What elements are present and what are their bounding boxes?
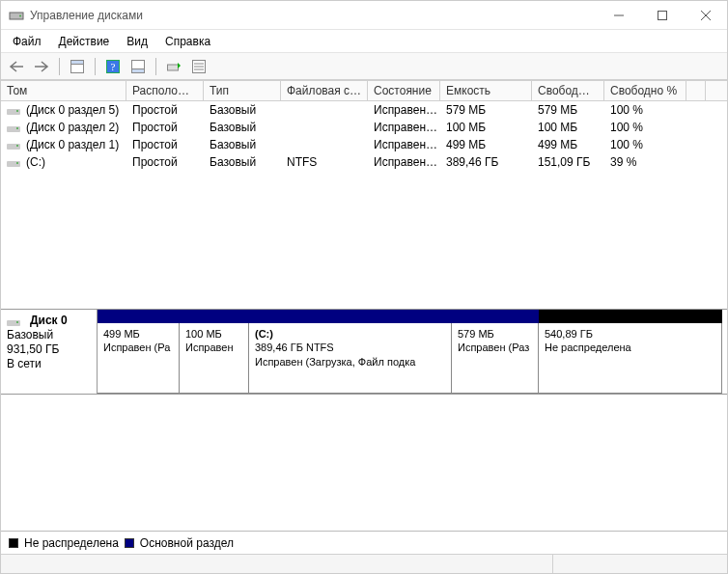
volume-capacity: 100 МБ <box>440 119 532 136</box>
volume-fs <box>281 101 368 119</box>
svg-rect-12 <box>168 65 179 70</box>
volume-fs: NTFS <box>281 153 368 171</box>
disk-info[interactable]: Диск 0 Базовый 931,50 ГБ В сети <box>1 310 98 394</box>
col-status[interactable]: Состояние <box>368 81 440 100</box>
partition-block[interactable]: 579 МБИсправен (Раз <box>452 323 539 394</box>
volume-status: Исправен… <box>368 136 440 153</box>
forward-button[interactable] <box>30 56 53 77</box>
legend-primary-swatch <box>125 538 134 548</box>
volume-name: (C:) <box>26 155 45 169</box>
col-volume[interactable]: Том <box>1 81 126 100</box>
window-title: Управление дисками <box>30 9 143 22</box>
svg-rect-11 <box>132 68 145 72</box>
menu-file[interactable]: Файл <box>5 32 49 51</box>
volume-freepct: 100 % <box>604 136 686 153</box>
partition-color-primary <box>452 310 539 323</box>
status-bar <box>1 554 727 573</box>
svg-rect-7 <box>71 60 84 64</box>
volume-capacity: 389,46 ГБ <box>440 153 532 171</box>
volume-list-header: Том Располо… Тип Файловая с… Состояние Е… <box>1 80 727 101</box>
volume-free: 579 МБ <box>532 101 604 119</box>
partition-block[interactable]: 540,89 ГБНе распределена <box>539 323 722 394</box>
bottom-empty-pane <box>1 394 727 531</box>
volume-capacity: 499 МБ <box>440 136 532 153</box>
volume-row[interactable]: (C:)ПростойБазовыйNTFSИсправен…389,46 ГБ… <box>1 153 727 171</box>
volume-icon <box>7 123 20 132</box>
volume-row[interactable]: (Диск 0 раздел 1)ПростойБазовыйИсправен…… <box>1 136 727 153</box>
partition-color-unalloc <box>539 310 722 323</box>
partition-color-primary <box>249 310 452 323</box>
disk-state: В сети <box>7 357 91 371</box>
legend-unalloc-swatch <box>9 538 18 548</box>
disk-size: 931,50 ГБ <box>7 342 91 357</box>
partition-block[interactable]: 499 МБИсправен (Ра <box>98 323 180 394</box>
menu-action[interactable]: Действие <box>51 32 118 51</box>
view-top-button[interactable] <box>66 56 89 77</box>
minimize-button[interactable] <box>597 1 640 30</box>
volume-type: Базовый <box>204 136 281 153</box>
partition-color-primary <box>180 310 249 323</box>
col-free[interactable]: Свобод… <box>532 81 604 100</box>
volume-fs <box>281 136 368 153</box>
volume-layout: Простой <box>126 119 204 136</box>
toolbar: ? <box>1 53 727 80</box>
col-layout[interactable]: Располо… <box>126 81 204 100</box>
window-titlebar: Управление дисками <box>1 1 727 30</box>
col-overflow[interactable] <box>686 81 706 100</box>
volume-layout: Простой <box>126 153 204 171</box>
col-capacity[interactable]: Емкость <box>440 81 532 100</box>
volume-free: 499 МБ <box>532 136 604 153</box>
volume-capacity: 579 МБ <box>440 101 532 119</box>
col-type[interactable]: Тип <box>204 81 281 100</box>
volume-freepct: 100 % <box>604 119 686 136</box>
partition-block[interactable]: (C:)389,46 ГБ NTFSИсправен (Загрузка, Фа… <box>249 323 452 394</box>
volume-free: 100 МБ <box>532 119 604 136</box>
volume-type: Базовый <box>204 119 281 136</box>
svg-point-1 <box>19 14 21 16</box>
volume-free: 151,09 ГБ <box>532 153 604 171</box>
volume-status: Исправен… <box>368 101 440 119</box>
menu-bar: Файл Действие Вид Справка <box>1 30 727 53</box>
volume-icon <box>7 105 20 115</box>
volume-freepct: 39 % <box>604 153 686 171</box>
disk-layout-pane: Диск 0 Базовый 931,50 ГБ В сети 499 МБИс… <box>1 309 727 394</box>
menu-help[interactable]: Справка <box>157 32 218 51</box>
legend-primary-label: Основной раздел <box>140 536 234 550</box>
col-freepct[interactable]: Свободно % <box>604 81 686 100</box>
volume-status: Исправен… <box>368 153 440 171</box>
volume-icon <box>7 157 20 167</box>
volume-status: Исправен… <box>368 119 440 136</box>
volume-row[interactable]: (Диск 0 раздел 5)ПростойБазовыйИсправен…… <box>1 101 727 119</box>
volume-fs <box>281 119 368 136</box>
menu-view[interactable]: Вид <box>119 32 155 51</box>
partition-color-primary <box>98 310 180 323</box>
list-button[interactable] <box>187 56 210 77</box>
disk-icon <box>7 316 20 326</box>
volume-icon <box>7 140 20 150</box>
volume-freepct: 100 % <box>604 101 686 119</box>
volume-type: Базовый <box>204 153 281 171</box>
help-button[interactable]: ? <box>101 56 125 77</box>
partition-block[interactable]: 100 МБИсправен <box>180 323 249 394</box>
volume-row[interactable]: (Диск 0 раздел 2)ПростойБазовыйИсправен…… <box>1 119 727 136</box>
col-fs[interactable]: Файловая с… <box>281 81 368 100</box>
volume-layout: Простой <box>126 101 204 119</box>
view-bottom-button[interactable] <box>126 56 150 77</box>
svg-rect-3 <box>658 11 666 19</box>
refresh-button[interactable] <box>162 56 185 77</box>
volume-list: Том Располо… Тип Файловая с… Состояние Е… <box>1 80 727 309</box>
back-button[interactable] <box>5 56 28 77</box>
disk-name: Диск 0 <box>30 314 68 328</box>
disk-type: Базовый <box>7 328 91 342</box>
legend-unalloc-label: Не распределена <box>24 536 119 550</box>
volume-name: (Диск 0 раздел 1) <box>26 138 119 151</box>
svg-text:?: ? <box>111 61 116 72</box>
close-button[interactable] <box>684 1 727 30</box>
volume-name: (Диск 0 раздел 5) <box>26 103 119 117</box>
maximize-button[interactable] <box>640 1 684 30</box>
volume-layout: Простой <box>126 136 204 153</box>
volume-name: (Диск 0 раздел 2) <box>26 121 119 134</box>
legend-bar: Не распределена Основной раздел <box>1 531 727 554</box>
volume-type: Базовый <box>204 101 281 119</box>
app-icon <box>9 8 24 23</box>
